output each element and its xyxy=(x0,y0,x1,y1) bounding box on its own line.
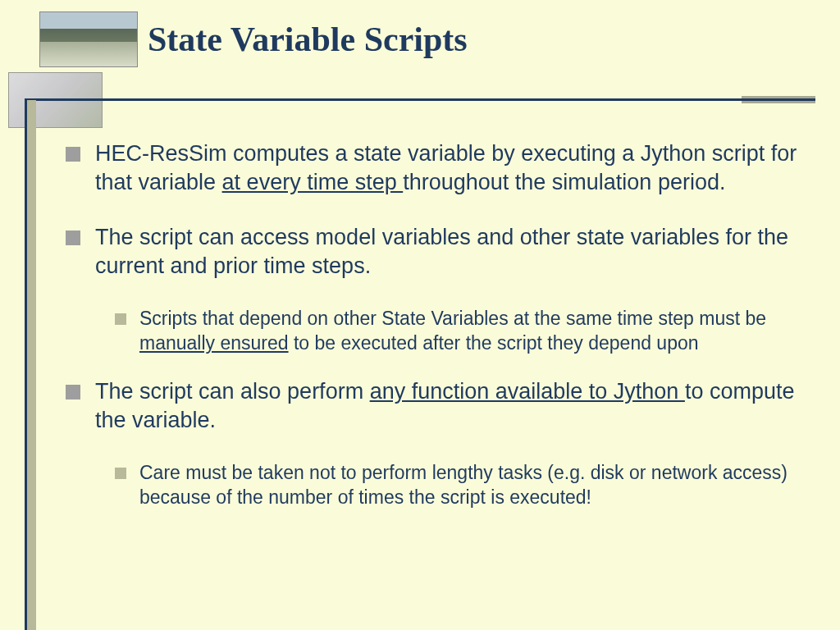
bullet-3a: Care must be taken not to perform length… xyxy=(115,461,812,510)
bullet-1-text: HEC-ResSim computes a state variable by … xyxy=(95,139,812,197)
bullet-3: The script can also perform any function… xyxy=(66,377,812,435)
bullet-2: The script can access model variables an… xyxy=(66,223,812,281)
header-dam-image xyxy=(39,11,138,67)
square-bullet-icon xyxy=(115,313,126,325)
square-bullet-icon xyxy=(115,468,126,479)
bullet-2a: Scripts that depend on other State Varia… xyxy=(115,307,812,356)
square-bullet-icon xyxy=(66,231,80,245)
bullet-3a-text: Care must be taken not to perform length… xyxy=(139,461,812,510)
bullet-1: HEC-ResSim computes a state variable by … xyxy=(66,139,812,197)
slide-title: State Variable Scripts xyxy=(148,20,468,59)
title-rule xyxy=(25,98,815,101)
left-vertical-line xyxy=(25,100,27,630)
square-bullet-icon xyxy=(66,147,80,162)
bullet-2-text: The script can access model variables an… xyxy=(95,223,812,281)
slide-body: HEC-ResSim computes a state variable by … xyxy=(66,139,812,532)
bullet-2a-text: Scripts that depend on other State Varia… xyxy=(139,307,812,356)
bullet-3-text: The script can also perform any function… xyxy=(95,377,812,435)
square-bullet-icon xyxy=(66,385,80,399)
